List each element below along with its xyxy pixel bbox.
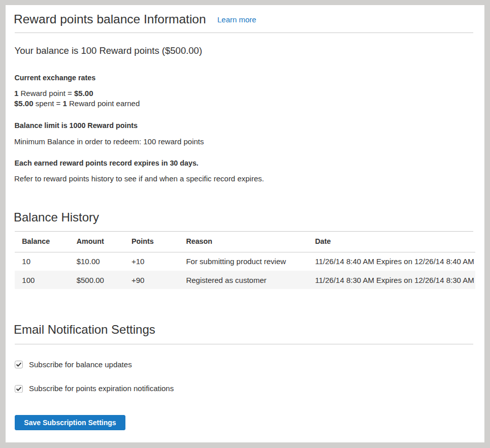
table-header-row: BalanceAmountPointsReasonDate: [15, 232, 475, 252]
table-cell: +90: [124, 271, 179, 289]
table-cell: 11/26/14 8:40 AM Expires on 12/26/14 8:4…: [308, 252, 475, 271]
checkbox-balance-updates-icon[interactable]: [15, 361, 23, 368]
subscribe-expiration-label: Subscribe for points expiration notifica…: [29, 383, 174, 394]
table-cell: $10.00: [69, 252, 124, 271]
balance-limit-heading: Balance limit is 1000 Reward points: [15, 121, 138, 131]
expiration-note: Refer to reward points history to see if…: [14, 174, 264, 184]
save-subscription-button[interactable]: Save Subscription Settings: [15, 415, 125, 430]
minimum-balance-note: Minimum Balance in order to redeem: 100 …: [14, 137, 204, 147]
table-row: 100$500.00+90Registered as customer11/26…: [15, 271, 475, 289]
email-notification-divider: [15, 344, 473, 344]
expiration-heading: Each earned reward points record expires…: [15, 158, 199, 168]
column-header-date: Date: [308, 232, 475, 252]
table-cell: 11/26/14 8:30 AM Expires on 12/26/14 8:3…: [308, 271, 475, 289]
table-cell: Registered as customer: [179, 271, 308, 289]
table-cell: 10: [15, 252, 69, 271]
balance-summary: Your balance is 100 Reward points ($500.…: [15, 44, 203, 57]
column-header-points: Points: [124, 232, 179, 252]
column-header-balance: Balance: [15, 232, 69, 252]
balance-history-title: Balance History: [14, 210, 99, 225]
email-notification-title: Email Notification Settings: [14, 322, 155, 337]
exchange-rate-line-1: 1 Reward point = $5.00: [14, 89, 93, 98]
balance-history-table: BalanceAmountPointsReasonDate 10$10.00+1…: [15, 232, 475, 290]
exchange-rates-heading: Current exchange rates: [15, 73, 96, 83]
table-cell: +10: [124, 252, 179, 271]
table-cell: For submitting product review: [179, 252, 308, 271]
title-divider: [15, 33, 473, 33]
column-header-reason: Reason: [179, 232, 308, 252]
page-title: Reward points balance Information: [14, 12, 206, 27]
learn-more-link[interactable]: Learn more: [217, 15, 256, 25]
reward-info-panel: Reward points balance Information Learn …: [6, 5, 484, 442]
subscribe-balance-label: Subscribe for balance updates: [29, 360, 132, 370]
exchange-rates-lines: 1 Reward point = $5.00 $5.00 spent = 1 R…: [14, 88, 140, 108]
column-header-amount: Amount: [69, 232, 124, 252]
table-row: 10$10.00+10For submitting product review…: [15, 252, 475, 271]
subscribe-expiration-row[interactable]: Subscribe for points expiration notifica…: [15, 383, 174, 394]
table-cell: $500.00: [69, 271, 124, 289]
subscribe-balance-row[interactable]: Subscribe for balance updates: [15, 360, 132, 370]
table-cell: 100: [15, 271, 69, 289]
checkbox-expiration-icon[interactable]: [15, 385, 23, 393]
exchange-rate-line-2: $5.00 spent = 1 Reward point earned: [14, 99, 140, 108]
table-body: 10$10.00+10For submitting product review…: [15, 252, 475, 289]
